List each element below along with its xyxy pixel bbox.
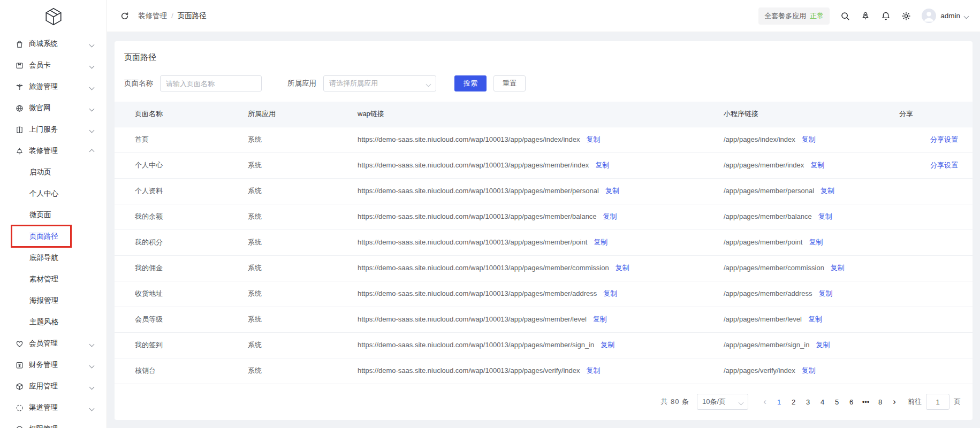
copy-mini-link[interactable]: 复制: [818, 289, 832, 297]
cell-wap-link: https://demo-saas.site.niucloud.com/wap/…: [358, 230, 724, 255]
sidebar-item-label: 权限管理: [29, 424, 58, 428]
copy-wap-link[interactable]: 复制: [594, 238, 607, 246]
cell-mini-link: /app/pages/member/commission复制: [724, 255, 899, 281]
sidebar-item-member-manage[interactable]: 会员管理: [0, 333, 107, 354]
search-icon[interactable]: [840, 11, 850, 21]
submenu-item[interactable]: 个人中心: [0, 183, 107, 204]
cell-app: 系统: [248, 152, 358, 178]
sidebar-item-channel[interactable]: 渠道管理: [0, 397, 107, 418]
rocket-icon[interactable]: [861, 11, 870, 21]
table-row: 收货地址 系统 https://demo-saas.site.niucloud.…: [115, 281, 973, 307]
cell-app: 系统: [248, 358, 358, 384]
travel-icon: [15, 82, 24, 91]
cell-mini-link: /app/pages/member/balance复制: [724, 204, 899, 230]
sidebar-item-travel[interactable]: 旅游管理: [0, 76, 107, 97]
cell-share: 分享设置: [899, 152, 973, 178]
copy-mini-link[interactable]: 复制: [816, 341, 830, 349]
breadcrumb-separator: /: [171, 12, 173, 20]
submenu-item[interactable]: 素材管理: [0, 269, 107, 290]
gear-icon[interactable]: [901, 11, 911, 21]
submenu-item[interactable]: 页面路径: [0, 226, 107, 247]
copy-mini-link[interactable]: 复制: [821, 187, 834, 195]
submenu-item[interactable]: 微页面: [0, 204, 107, 226]
sidebar-item-finance[interactable]: 财务管理: [0, 354, 107, 376]
breadcrumb-section[interactable]: 装修管理: [138, 11, 167, 21]
user-menu[interactable]: admin: [922, 9, 968, 23]
refresh-icon[interactable]: [120, 11, 130, 21]
page-number[interactable]: 5: [830, 394, 844, 409]
website-icon: [15, 104, 24, 113]
sidebar-item-member-card[interactable]: 会员卡: [0, 55, 107, 76]
sidebar-item-shop[interactable]: 商城系统: [0, 33, 107, 55]
bell-icon[interactable]: [881, 11, 891, 21]
copy-wap-link[interactable]: 复制: [595, 161, 609, 169]
page-number[interactable]: 8: [873, 394, 887, 409]
mini-url: /app/pages/member/level: [724, 315, 802, 323]
chevron-down-icon: [90, 62, 94, 70]
app-select-placeholder: 请选择所属应用: [329, 79, 378, 88]
copy-mini-link[interactable]: 复制: [810, 161, 824, 169]
share-settings-link[interactable]: 分享设置: [930, 161, 958, 169]
prev-page-icon[interactable]: ‹: [758, 394, 772, 409]
submenu-item[interactable]: 海报管理: [0, 290, 107, 311]
page-number[interactable]: •••: [859, 394, 873, 409]
copy-mini-link[interactable]: 复制: [831, 264, 845, 272]
sidebar-item-auth[interactable]: 权限管理: [0, 418, 107, 428]
table-row: 个人资料 系统 https://demo-saas.site.niucloud.…: [115, 178, 973, 204]
submenu-item-label: 个人中心: [29, 189, 58, 198]
sidebar-item-door-service[interactable]: 上门服务: [0, 119, 107, 140]
submenu-item[interactable]: 主题风格: [0, 311, 107, 333]
app-logo: [0, 0, 107, 33]
wap-url: https://demo-saas.site.niucloud.com/wap/…: [358, 187, 599, 195]
chevron-down-icon: [90, 340, 94, 348]
reset-button[interactable]: 重置: [493, 75, 526, 91]
page-number[interactable]: 4: [815, 394, 830, 409]
copy-wap-link[interactable]: 复制: [601, 341, 614, 349]
wap-url: https://demo-saas.site.niucloud.com/wap/…: [358, 212, 597, 220]
member-icon: [15, 339, 24, 348]
page-name-input[interactable]: [160, 75, 262, 91]
app-select[interactable]: 请选择所属应用: [323, 75, 436, 91]
mini-url: /app/pages/member/commission: [724, 264, 824, 272]
page-number[interactable]: 3: [801, 394, 815, 409]
page-number[interactable]: 2: [786, 394, 801, 409]
sidebar-item-app-manage[interactable]: 应用管理: [0, 376, 107, 397]
chevron-down-icon: [90, 126, 94, 134]
copy-mini-link[interactable]: 复制: [802, 135, 816, 143]
chevron-down-icon: [90, 40, 94, 48]
submenu-item[interactable]: 底部导航: [0, 247, 107, 269]
sidebar-item-website[interactable]: 微官网: [0, 97, 107, 119]
page-size-select[interactable]: 10条/页: [697, 394, 748, 410]
column-header-share: 分享: [899, 102, 973, 127]
sidebar-item-label: 应用管理: [29, 381, 58, 391]
table-body: 首页 系统 https://demo-saas.site.niucloud.co…: [115, 127, 973, 384]
door-service-icon: [15, 125, 24, 134]
cell-mini-link: /app/pages/member/level复制: [724, 307, 899, 332]
cell-mini-link: /app/pages/member/index复制: [724, 152, 899, 178]
sidebar-item-decorate[interactable]: 装修管理: [0, 140, 107, 162]
copy-wap-link[interactable]: 复制: [593, 315, 607, 323]
next-page-icon[interactable]: ›: [887, 394, 901, 409]
column-header-mini: 小程序链接: [724, 102, 899, 127]
copy-mini-link[interactable]: 复制: [808, 315, 822, 323]
copy-mini-link[interactable]: 复制: [818, 212, 832, 220]
copy-wap-link[interactable]: 复制: [616, 264, 629, 272]
share-settings-link[interactable]: 分享设置: [930, 135, 958, 143]
search-button[interactable]: 搜索: [454, 75, 487, 91]
page-number[interactable]: 6: [844, 394, 859, 409]
submenu-item[interactable]: 启动页: [0, 162, 107, 183]
chevron-down-icon: [90, 361, 94, 369]
copy-wap-link[interactable]: 复制: [587, 366, 601, 374]
copy-mini-link[interactable]: 复制: [809, 238, 823, 246]
page-number[interactable]: 1: [772, 394, 786, 409]
mini-url: /app/pages/member/index: [724, 161, 804, 169]
copy-wap-link[interactable]: 复制: [603, 289, 617, 297]
table-header-row: 页面名称 所属应用 wap链接 小程序链接 分享: [115, 102, 973, 127]
cell-wap-link: https://demo-saas.site.niucloud.com/wap/…: [358, 358, 724, 384]
copy-wap-link[interactable]: 复制: [603, 212, 617, 220]
goto-page-input[interactable]: [926, 394, 949, 410]
chevron-down-icon: [427, 80, 430, 88]
copy-wap-link[interactable]: 复制: [605, 187, 619, 195]
copy-wap-link[interactable]: 复制: [587, 135, 601, 143]
copy-mini-link[interactable]: 复制: [802, 366, 816, 374]
